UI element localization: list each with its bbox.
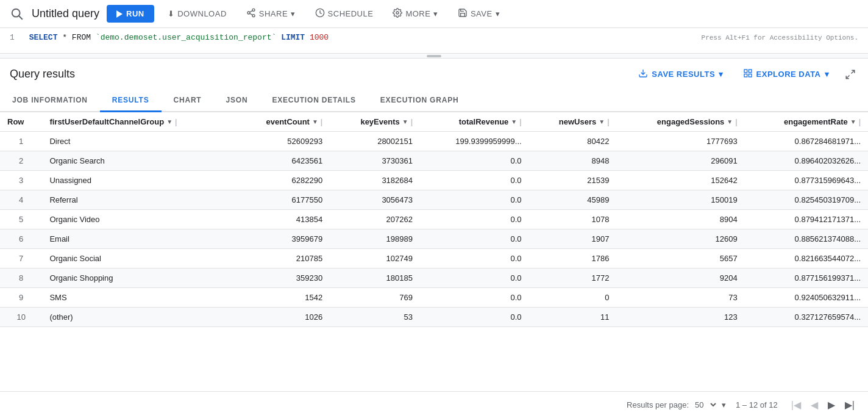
save-results-chevron-icon: ▾ bbox=[719, 70, 724, 79]
schedule-label: SCHEDULE bbox=[328, 9, 374, 18]
cell-engagementrate: 0.821663544072... bbox=[745, 249, 868, 268]
share-label: SHARE bbox=[259, 9, 288, 18]
page-navigation: |◀ ◀ ▶ ▶| bbox=[788, 397, 858, 413]
explore-data-icon bbox=[743, 68, 753, 80]
cell-newusers: 80422 bbox=[529, 132, 617, 151]
cell-newusers: 8948 bbox=[529, 151, 617, 171]
resize-col-engagementrate[interactable]: | bbox=[859, 118, 861, 126]
explore-data-label: EXPLORE DATA bbox=[756, 70, 821, 79]
cell-newusers: 1786 bbox=[529, 249, 617, 268]
col-label-channel: firstUserDefaultChannelGroup bbox=[49, 117, 164, 126]
cell-engagementrate: 0.825450319709... bbox=[745, 190, 868, 210]
prev-page-button[interactable]: ◀ bbox=[807, 397, 822, 413]
gear-icon bbox=[393, 8, 402, 20]
col-header-keyevents[interactable]: keyEvents ▼ | bbox=[330, 112, 420, 132]
sort-icon-engagementrate: ▼ bbox=[850, 118, 856, 125]
download-button[interactable]: ⬇ DOWNLOAD bbox=[162, 5, 233, 22]
cell-keyevents: 769 bbox=[330, 288, 420, 308]
cell-channel: Organic Shopping bbox=[42, 268, 233, 288]
save-button[interactable]: SAVE ▾ bbox=[452, 4, 506, 23]
next-page-button[interactable]: ▶ bbox=[824, 397, 839, 413]
expand-button[interactable] bbox=[842, 67, 858, 82]
table-name: `demo.demoset.user_acquisition_report` bbox=[96, 33, 276, 42]
svg-line-14 bbox=[852, 70, 855, 73]
col-header-engagementrate[interactable]: engagementRate ▼ | bbox=[745, 112, 868, 132]
cell-totalrevenue: 0.0 bbox=[420, 268, 529, 288]
col-header-eventcount[interactable]: eventCount ▼ | bbox=[234, 112, 330, 132]
cell-engagedsessions: 5657 bbox=[616, 249, 744, 268]
sort-icon-newusers: ▼ bbox=[599, 118, 605, 125]
app-logo bbox=[10, 7, 24, 21]
col-label-eventcount: eventCount bbox=[266, 117, 310, 126]
cell-keyevents: 102749 bbox=[330, 249, 420, 268]
resize-col-engagedsessions[interactable]: | bbox=[735, 118, 737, 126]
explore-data-button[interactable]: EXPLORE DATA ▾ bbox=[737, 65, 835, 84]
cell-engagedsessions: 73 bbox=[616, 288, 744, 308]
resize-col-newusers[interactable]: | bbox=[607, 118, 609, 126]
cell-engagedsessions: 12609 bbox=[616, 229, 744, 249]
resize-col-eventcount[interactable]: | bbox=[321, 118, 322, 126]
run-button[interactable]: RUN bbox=[107, 5, 154, 23]
table-row: 5 Organic Video 413854 207262 0.0 1078 8… bbox=[0, 210, 868, 229]
svg-rect-10 bbox=[744, 70, 747, 73]
save-label: SAVE bbox=[471, 9, 493, 18]
code-star: * FROM bbox=[62, 33, 96, 42]
col-header-channel[interactable]: firstUserDefaultChannelGroup ▼ | bbox=[42, 112, 233, 132]
tab-execution-graph[interactable]: EXECUTION GRAPH bbox=[368, 90, 471, 112]
cell-row: 8 bbox=[0, 268, 42, 288]
resize-col-totalrevenue[interactable]: | bbox=[519, 118, 521, 126]
code-editor[interactable]: 1 SELECT * FROM `demo.demoset.user_acqui… bbox=[0, 28, 868, 54]
per-page-label: Results per page: bbox=[627, 400, 689, 409]
col-header-newusers[interactable]: newUsers ▼ | bbox=[529, 112, 617, 132]
cell-eventcount: 359230 bbox=[234, 268, 330, 288]
col-label-keyevents: keyEvents bbox=[360, 117, 399, 126]
save-results-button[interactable]: SAVE RESULTS ▾ bbox=[632, 65, 729, 84]
table-row: 3 Unassigned 6282290 3182684 0.0 21539 1… bbox=[0, 171, 868, 190]
tab-job-information[interactable]: JOB INFORMATION bbox=[0, 90, 100, 112]
cell-eventcount: 413854 bbox=[234, 210, 330, 229]
tabs-bar: JOB INFORMATION RESULTS CHART JSON EXECU… bbox=[0, 90, 868, 112]
share-button[interactable]: SHARE ▾ bbox=[240, 4, 302, 23]
cell-eventcount: 1026 bbox=[234, 308, 330, 327]
resize-col-keyevents[interactable]: | bbox=[411, 118, 413, 126]
cell-totalrevenue: 0.0 bbox=[420, 288, 529, 308]
svg-rect-13 bbox=[744, 74, 747, 77]
tab-chart[interactable]: CHART bbox=[162, 90, 214, 112]
cell-totalrevenue: 0.0 bbox=[420, 229, 529, 249]
table-row: 10 (other) 1026 53 0.0 11 123 0.32712765… bbox=[0, 308, 868, 327]
cell-keyevents: 180185 bbox=[330, 268, 420, 288]
tab-execution-details[interactable]: EXECUTION DETAILS bbox=[260, 90, 368, 112]
sort-icon-channel: ▼ bbox=[166, 118, 173, 125]
cell-eventcount: 3959679 bbox=[234, 229, 330, 249]
table-row: 6 Email 3959679 198989 0.0 1907 12609 0.… bbox=[0, 229, 868, 249]
per-page-chevron: ▾ bbox=[722, 400, 726, 409]
page-range: 1 – 12 of 12 bbox=[736, 400, 778, 409]
schedule-button[interactable]: SCHEDULE bbox=[309, 4, 380, 23]
table-row: 8 Organic Shopping 359230 180185 0.0 177… bbox=[0, 268, 868, 288]
cell-newusers: 11 bbox=[529, 308, 617, 327]
per-page-control: Results per page: 50 10 25 100 ▾ bbox=[627, 400, 726, 410]
sort-icon-eventcount: ▼ bbox=[312, 118, 318, 125]
resize-handle[interactable] bbox=[0, 54, 868, 59]
col-label-totalrevenue: totalRevenue bbox=[459, 117, 509, 126]
last-page-button[interactable]: ▶| bbox=[841, 397, 858, 413]
more-label: MORE bbox=[405, 9, 430, 18]
col-header-totalrevenue[interactable]: totalRevenue ▼ | bbox=[420, 112, 529, 132]
first-page-button[interactable]: |◀ bbox=[788, 397, 805, 413]
more-button[interactable]: MORE ▾ bbox=[386, 4, 444, 23]
cell-engagementrate: 0.879412171371... bbox=[745, 210, 868, 229]
table-row: 9 SMS 1542 769 0.0 0 73 0.924050632911..… bbox=[0, 288, 868, 308]
col-header-engagedsessions[interactable]: engagedSessions ▼ | bbox=[616, 112, 744, 132]
cell-totalrevenue: 199.9399959999... bbox=[420, 132, 529, 151]
tab-json[interactable]: JSON bbox=[214, 90, 260, 112]
cell-engagedsessions: 150019 bbox=[616, 190, 744, 210]
cell-newusers: 0 bbox=[529, 288, 617, 308]
svg-line-5 bbox=[250, 13, 253, 15]
svg-line-15 bbox=[846, 75, 849, 78]
more-chevron-icon: ▾ bbox=[433, 9, 438, 18]
tab-results[interactable]: RESULTS bbox=[100, 90, 162, 112]
per-page-select[interactable]: 50 10 25 100 bbox=[692, 400, 718, 410]
resize-dots bbox=[427, 55, 441, 57]
resize-col-channel[interactable]: | bbox=[175, 118, 177, 126]
results-table-container[interactable]: Row firstUserDefaultChannelGroup ▼ | eve… bbox=[0, 112, 868, 391]
